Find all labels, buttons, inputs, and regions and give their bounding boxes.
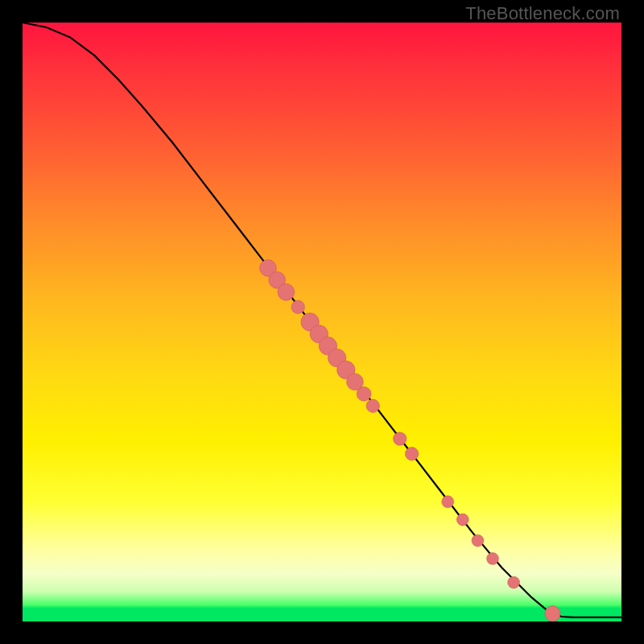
data-marker	[442, 496, 454, 508]
bottleneck-curve	[23, 23, 621, 617]
data-marker	[545, 606, 560, 621]
data-marker	[278, 283, 295, 300]
data-marker	[366, 399, 379, 412]
plot-area	[23, 23, 621, 621]
data-marker	[405, 448, 418, 460]
data-marker	[394, 432, 407, 445]
data-marker	[472, 535, 484, 547]
data-marker	[508, 576, 520, 588]
watermark-text: TheBottleneck.com	[465, 3, 620, 24]
data-marker	[357, 386, 371, 401]
data-marker	[456, 514, 469, 526]
curve-svg	[23, 23, 621, 621]
chart-frame: TheBottleneck.com	[0, 0, 644, 644]
data-marker	[291, 300, 304, 313]
data-marker	[487, 553, 499, 565]
